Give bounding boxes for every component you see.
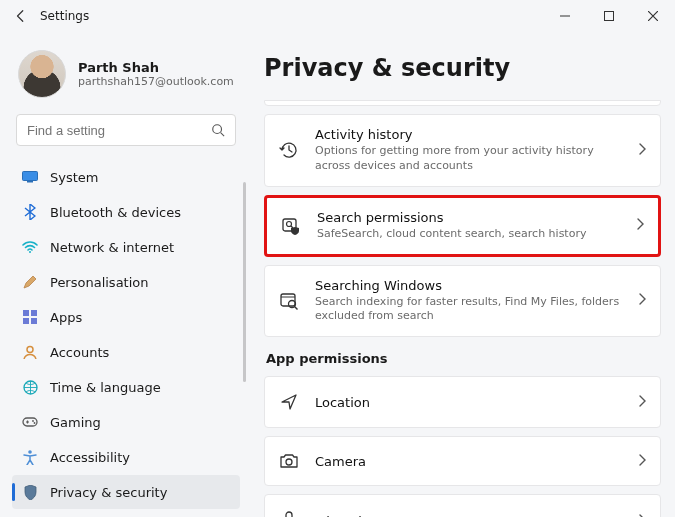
section-app-permissions: App permissions bbox=[266, 351, 661, 366]
sidebar: Parth Shah parthshah157@outlook.com Syst… bbox=[0, 32, 248, 517]
minimize-icon bbox=[560, 11, 570, 21]
sidebar-item-accessibility[interactable]: Accessibility bbox=[12, 440, 240, 474]
card-title: Searching Windows bbox=[315, 278, 624, 293]
page-title: Privacy & security bbox=[264, 54, 661, 82]
sidebar-scrollbar[interactable] bbox=[243, 182, 246, 382]
profile-email: parthshah157@outlook.com bbox=[78, 75, 234, 88]
card-search-permissions[interactable]: Search permissions SafeSearch, cloud con… bbox=[264, 195, 661, 257]
close-icon bbox=[648, 11, 658, 21]
accessibility-icon bbox=[22, 449, 38, 465]
card-microphone[interactable]: Microphone bbox=[264, 494, 661, 517]
chevron-right-icon bbox=[638, 293, 646, 308]
back-button[interactable] bbox=[12, 9, 30, 23]
gaming-icon bbox=[22, 414, 38, 430]
svg-rect-1 bbox=[605, 12, 614, 21]
avatar bbox=[18, 50, 66, 98]
card-searching-windows[interactable]: Searching Windows Search indexing for fa… bbox=[264, 265, 661, 338]
svg-point-16 bbox=[28, 450, 32, 454]
location-icon bbox=[277, 393, 301, 411]
microphone-icon bbox=[277, 511, 301, 517]
card-title: Camera bbox=[315, 454, 624, 469]
sidebar-item-accounts[interactable]: Accounts bbox=[12, 335, 240, 369]
main-content: Privacy & security Activity history Opti… bbox=[248, 32, 675, 517]
shield-icon bbox=[22, 484, 38, 500]
window-title: Settings bbox=[40, 9, 89, 23]
sidebar-item-label: Gaming bbox=[50, 415, 101, 430]
svg-rect-8 bbox=[31, 310, 37, 316]
sidebar-item-apps[interactable]: Apps bbox=[12, 300, 240, 334]
svg-point-14 bbox=[32, 420, 34, 422]
svg-line-3 bbox=[221, 133, 225, 137]
titlebar: Settings bbox=[0, 0, 675, 32]
sidebar-item-label: Accessibility bbox=[50, 450, 130, 465]
sidebar-item-label: System bbox=[50, 170, 98, 185]
wifi-icon bbox=[22, 239, 38, 255]
card-title: Search permissions bbox=[317, 210, 622, 225]
camera-icon bbox=[277, 453, 301, 469]
sidebar-item-network[interactable]: Network & internet bbox=[12, 230, 240, 264]
arrow-left-icon bbox=[14, 9, 28, 23]
maximize-button[interactable] bbox=[587, 0, 631, 32]
sidebar-item-system[interactable]: System bbox=[12, 160, 240, 194]
card-location[interactable]: Location bbox=[264, 376, 661, 428]
sidebar-item-label: Bluetooth & devices bbox=[50, 205, 181, 220]
svg-point-23 bbox=[286, 459, 292, 465]
card-title: Activity history bbox=[315, 127, 624, 142]
svg-point-6 bbox=[29, 251, 31, 253]
svg-rect-7 bbox=[23, 310, 29, 316]
maximize-icon bbox=[604, 11, 614, 21]
svg-point-18 bbox=[287, 221, 292, 226]
sidebar-item-label: Time & language bbox=[50, 380, 161, 395]
search-shield-icon bbox=[279, 216, 303, 236]
sidebar-item-label: Accounts bbox=[50, 345, 109, 360]
svg-rect-9 bbox=[23, 318, 29, 324]
sidebar-item-label: Personalisation bbox=[50, 275, 149, 290]
apps-icon bbox=[22, 309, 38, 325]
sidebar-item-label: Network & internet bbox=[50, 240, 174, 255]
sidebar-item-label: Apps bbox=[50, 310, 82, 325]
history-icon bbox=[277, 140, 301, 160]
card-subtitle: SafeSearch, cloud content search, search… bbox=[317, 227, 622, 242]
sidebar-item-personalisation[interactable]: Personalisation bbox=[12, 265, 240, 299]
card-cutoff-top bbox=[264, 100, 661, 106]
search-icon bbox=[211, 123, 225, 137]
globe-clock-icon bbox=[22, 379, 38, 395]
profile-block[interactable]: Parth Shah parthshah157@outlook.com bbox=[12, 42, 240, 114]
search-input[interactable] bbox=[27, 123, 211, 138]
chevron-right-icon bbox=[638, 143, 646, 158]
card-subtitle: Search indexing for faster results, Find… bbox=[315, 295, 624, 325]
sidebar-item-time[interactable]: Time & language bbox=[12, 370, 240, 404]
sidebar-item-gaming[interactable]: Gaming bbox=[12, 405, 240, 439]
minimize-button[interactable] bbox=[543, 0, 587, 32]
card-subtitle: Options for getting more from your activ… bbox=[315, 144, 624, 174]
svg-point-11 bbox=[27, 347, 33, 353]
svg-rect-4 bbox=[23, 172, 38, 181]
profile-name: Parth Shah bbox=[78, 60, 234, 75]
svg-rect-10 bbox=[31, 318, 37, 324]
search-windows-icon bbox=[277, 291, 301, 311]
chevron-right-icon bbox=[636, 218, 644, 233]
close-button[interactable] bbox=[631, 0, 675, 32]
paintbrush-icon bbox=[22, 274, 38, 290]
svg-point-15 bbox=[34, 422, 36, 424]
card-activity-history[interactable]: Activity history Options for getting mor… bbox=[264, 114, 661, 187]
svg-point-2 bbox=[213, 125, 222, 134]
svg-line-22 bbox=[295, 306, 298, 309]
svg-rect-24 bbox=[286, 512, 292, 517]
svg-rect-13 bbox=[23, 418, 37, 426]
chevron-right-icon bbox=[638, 454, 646, 469]
sidebar-nav: System Bluetooth & devices Network & int… bbox=[12, 160, 240, 509]
svg-rect-5 bbox=[27, 181, 33, 183]
bluetooth-icon bbox=[22, 204, 38, 220]
accounts-icon bbox=[22, 344, 38, 360]
card-camera[interactable]: Camera bbox=[264, 436, 661, 486]
chevron-right-icon bbox=[638, 395, 646, 410]
sidebar-item-privacy[interactable]: Privacy & security bbox=[12, 475, 240, 509]
search-box[interactable] bbox=[16, 114, 236, 146]
system-icon bbox=[22, 169, 38, 185]
sidebar-item-bluetooth[interactable]: Bluetooth & devices bbox=[12, 195, 240, 229]
card-title: Location bbox=[315, 395, 624, 410]
sidebar-item-label: Privacy & security bbox=[50, 485, 167, 500]
